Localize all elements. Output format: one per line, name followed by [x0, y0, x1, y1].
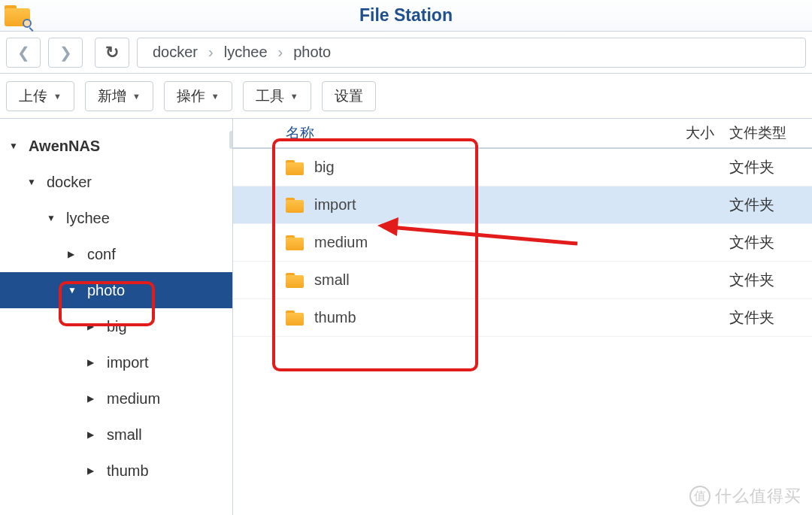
file-name: big [314, 159, 335, 176]
triangle-right-icon: ▶ [87, 357, 99, 368]
upload-label: 上传 [19, 86, 47, 106]
column-name[interactable]: 名称 [233, 123, 647, 143]
tree-label: big [107, 318, 127, 335]
file-row-big[interactable]: big 文件夹 [233, 149, 812, 186]
list-header: 名称 大小 文件类型 [233, 119, 812, 149]
triangle-down-icon: ▼ [9, 141, 21, 151]
chevron-right-icon: › [208, 44, 214, 61]
breadcrumb[interactable]: docker › lychee › photo [137, 38, 806, 68]
folder-icon [286, 311, 304, 326]
tree-label: medium [107, 390, 160, 407]
folder-icon [286, 235, 304, 250]
file-name: medium [314, 234, 368, 251]
file-type: 文件夹 [729, 270, 812, 290]
caret-down-icon: ▼ [211, 92, 220, 101]
triangle-right-icon: ▶ [87, 321, 99, 332]
caret-down-icon: ▼ [53, 92, 62, 101]
column-type[interactable]: 文件类型 [729, 123, 812, 143]
tree-item-small[interactable]: ▶ small [0, 417, 232, 453]
tree-label: thumb [107, 462, 149, 480]
tree-item-lychee[interactable]: ▼ lychee [0, 200, 232, 236]
tree-label: photo [87, 282, 125, 299]
tools-label: 工具 [256, 86, 284, 106]
triangle-down-icon: ▼ [27, 177, 39, 187]
file-pane: 名称 大小 文件类型 big 文件夹 import 文件夹 [233, 119, 812, 515]
tools-button[interactable]: 工具 ▼ [243, 81, 311, 111]
sidebar-resize-handle[interactable] [229, 119, 233, 515]
watermark-icon: 值 [689, 486, 710, 507]
file-row-medium[interactable]: medium 文件夹 [233, 224, 812, 262]
upload-button[interactable]: 上传 ▼ [6, 81, 74, 111]
chevron-right-icon: › [278, 44, 283, 61]
watermark-text: 什么值得买 [715, 485, 801, 507]
tree-label: conf [87, 246, 116, 263]
chevron-right-icon: ❯ [59, 44, 72, 62]
action-label: 操作 [177, 86, 205, 106]
triangle-right-icon: ▶ [87, 465, 99, 476]
column-size[interactable]: 大小 [647, 123, 729, 143]
file-name: thumb [314, 309, 356, 326]
tree-label: lychee [66, 210, 110, 227]
triangle-right-icon: ▶ [87, 393, 99, 404]
tree-item-photo[interactable]: ▼ photo [0, 272, 232, 308]
breadcrumb-item[interactable]: lychee [224, 44, 268, 61]
tree-item-import[interactable]: ▶ import [0, 344, 232, 380]
breadcrumb-item[interactable]: docker [153, 44, 198, 61]
reload-button[interactable]: ↻ [95, 38, 129, 68]
breadcrumb-item[interactable]: photo [293, 44, 331, 61]
tree-root[interactable]: ▼ AwenNAS [0, 128, 232, 164]
file-type: 文件夹 [729, 157, 812, 177]
main-area: ▼ AwenNAS ▼ docker ▼ lychee ▶ conf ▼ pho… [0, 119, 812, 515]
app-title: File Station [0, 5, 812, 26]
tree-item-thumb[interactable]: ▶ thumb [0, 453, 232, 489]
settings-label: 设置 [335, 86, 363, 106]
forward-button[interactable]: ❯ [48, 38, 83, 68]
new-button[interactable]: 新增 ▼ [85, 81, 153, 111]
new-label: 新增 [98, 86, 126, 106]
watermark: 值 什么值得买 [689, 485, 801, 507]
file-row-small[interactable]: small 文件夹 [233, 262, 812, 299]
triangle-right-icon: ▶ [68, 249, 80, 259]
triangle-right-icon: ▶ [87, 429, 99, 440]
folder-icon [286, 273, 304, 288]
tree-root-label: AwenNAS [29, 138, 100, 155]
folder-icon [286, 160, 304, 175]
folder-icon [286, 198, 304, 213]
file-type: 文件夹 [729, 307, 812, 328]
triangle-down-icon: ▼ [47, 213, 59, 223]
triangle-down-icon: ▼ [68, 285, 80, 295]
sidebar-tree: ▼ AwenNAS ▼ docker ▼ lychee ▶ conf ▼ pho… [0, 119, 233, 515]
back-button[interactable]: ❮ [6, 38, 41, 68]
tree-item-big[interactable]: ▶ big [0, 308, 232, 344]
settings-button[interactable]: 设置 [322, 81, 376, 111]
tree-label: small [107, 426, 142, 444]
action-button[interactable]: 操作 ▼ [164, 81, 232, 111]
list-body: big 文件夹 import 文件夹 medium 文件夹 [233, 149, 812, 337]
tree-item-medium[interactable]: ▶ medium [0, 380, 232, 417]
tree-label: docker [47, 174, 92, 191]
caret-down-icon: ▼ [132, 92, 141, 101]
file-type: 文件夹 [729, 232, 812, 253]
app-folder-icon [5, 5, 30, 26]
file-row-import[interactable]: import 文件夹 [233, 186, 812, 224]
file-type: 文件夹 [729, 195, 812, 215]
file-row-thumb[interactable]: thumb 文件夹 [233, 299, 812, 337]
tree-label: import [107, 354, 149, 371]
file-name: import [314, 196, 356, 214]
nav-bar: ❮ ❯ ↻ docker › lychee › photo [0, 32, 812, 74]
chevron-left-icon: ❮ [17, 44, 30, 62]
tree-item-docker[interactable]: ▼ docker [0, 164, 232, 200]
file-name: small [314, 271, 350, 289]
toolbar: 上传 ▼ 新增 ▼ 操作 ▼ 工具 ▼ 设置 [0, 74, 812, 119]
reload-icon: ↻ [105, 43, 119, 62]
title-bar: File Station [0, 0, 812, 32]
caret-down-icon: ▼ [290, 92, 298, 101]
tree-item-conf[interactable]: ▶ conf [0, 236, 232, 272]
